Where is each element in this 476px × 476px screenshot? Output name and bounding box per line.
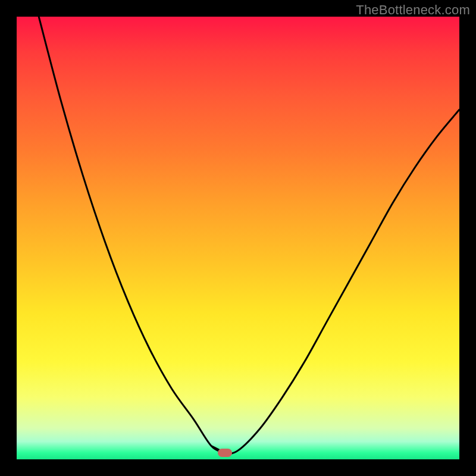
- chart-frame: TheBottleneck.com: [0, 0, 476, 476]
- plot-area: [17, 17, 459, 459]
- optimal-point-marker: [218, 449, 232, 457]
- curve-path: [39, 17, 459, 453]
- bottleneck-curve: [17, 17, 459, 459]
- watermark-text: TheBottleneck.com: [356, 2, 470, 18]
